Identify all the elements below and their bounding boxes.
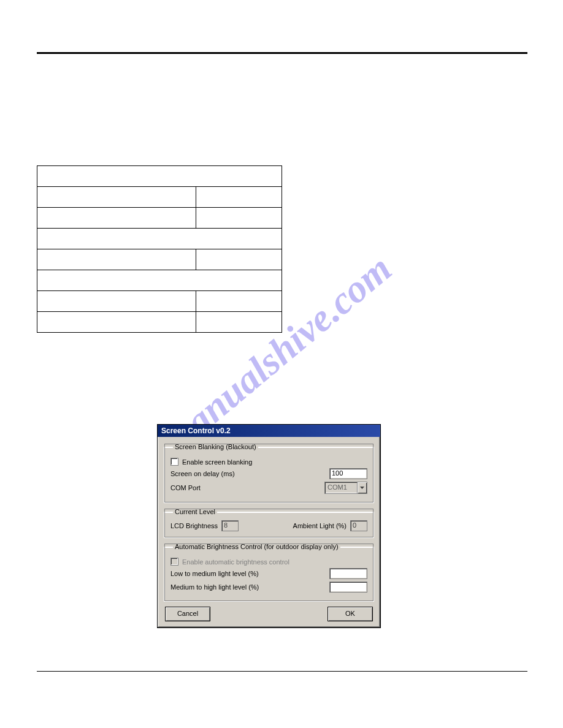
lcd-brightness-label: LCD Brightness <box>170 522 218 529</box>
enable-auto-brightness-checkbox <box>170 558 178 566</box>
group-current-level: Current Level LCD Brightness 8 Ambient L… <box>164 508 374 538</box>
top-horizontal-rule <box>37 52 527 54</box>
table-cell <box>37 312 196 333</box>
group-legend: Automatic Brightness Control (for outdoo… <box>173 543 340 550</box>
table-cell <box>37 291 196 312</box>
dialog-titlebar[interactable]: Screen Control v0.2 <box>158 425 380 437</box>
com-port-label: COM Port <box>170 484 318 491</box>
group-auto-brightness: Automatic Brightness Control (for outdoo… <box>164 543 374 602</box>
screen-delay-input[interactable]: 100 <box>329 468 367 479</box>
table-cell <box>37 208 196 229</box>
bottom-horizontal-rule <box>37 671 527 672</box>
ambient-light-value: 0 <box>350 520 367 531</box>
medium-to-high-input[interactable] <box>329 582 367 593</box>
table-cell <box>37 249 196 270</box>
table-cell <box>37 187 196 208</box>
group-legend: Screen Blanking (Blackout) <box>173 443 258 450</box>
low-to-medium-label: Low to medium light level (%) <box>170 570 318 577</box>
svg-marker-0 <box>360 487 364 489</box>
table-cell <box>196 291 282 312</box>
table-row <box>37 229 282 249</box>
group-legend: Current Level <box>173 508 217 515</box>
table-cell <box>196 187 282 208</box>
group-screen-blanking: Screen Blanking (Blackout) Enable screen… <box>164 443 374 503</box>
lcd-brightness-value: 8 <box>221 520 239 531</box>
ok-button[interactable]: OK <box>327 607 373 621</box>
ambient-light-label: Ambient Light (%) <box>293 522 347 529</box>
low-to-medium-input[interactable] <box>329 568 367 579</box>
table-cell <box>196 312 282 333</box>
table-row <box>37 166 282 187</box>
enable-blanking-label: Enable screen blanking <box>182 458 252 466</box>
empty-data-table <box>37 165 282 333</box>
enable-auto-brightness-label: Enable automatic brightness control <box>182 558 289 566</box>
cancel-button[interactable]: Cancel <box>165 607 210 621</box>
table-cell <box>196 249 282 270</box>
com-port-select[interactable]: COM1 <box>324 482 367 494</box>
screen-delay-label: Screen on delay (ms) <box>170 470 318 477</box>
table-cell <box>196 208 282 229</box>
chevron-down-icon[interactable] <box>357 482 367 493</box>
medium-to-high-label: Medium to high light level (%) <box>170 583 318 591</box>
dialog-title: Screen Control v0.2 <box>161 427 231 435</box>
table-row <box>37 270 282 291</box>
enable-blanking-checkbox[interactable] <box>170 458 178 466</box>
com-port-value: COM1 <box>325 482 357 493</box>
screen-control-dialog: Screen Control v0.2 Screen Blanking (Bla… <box>157 424 381 628</box>
